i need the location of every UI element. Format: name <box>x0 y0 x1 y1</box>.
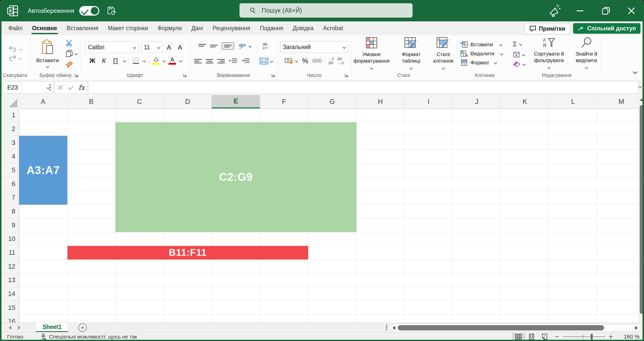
save-icon[interactable] <box>106 6 116 16</box>
minimize-button[interactable] <box>573 4 587 18</box>
row-header-6[interactable]: 6 <box>0 177 19 191</box>
underline-dropdown[interactable] <box>123 59 126 62</box>
alignment-dialog-launcher[interactable] <box>271 73 275 77</box>
row-header-14[interactable]: 14 <box>0 287 19 301</box>
ribbon-tab-data[interactable]: Дані <box>187 21 208 35</box>
align-center-icon[interactable] <box>206 59 213 63</box>
font-color-button[interactable]: А <box>169 56 176 66</box>
wrap-text-button[interactable]: ab c↩ <box>263 42 268 50</box>
column-header-H[interactable]: H <box>356 95 405 108</box>
column-header-B[interactable]: B <box>67 95 116 108</box>
range-overlay-C2-G9[interactable]: C2:G9 <box>115 122 356 232</box>
name-box-options-icon[interactable]: ••• <box>49 83 51 91</box>
align-top-icon[interactable] <box>198 44 206 48</box>
borders-dropdown[interactable] <box>143 59 146 62</box>
comma-style-button[interactable]: 000 <box>312 56 322 66</box>
align-right-icon[interactable] <box>217 59 225 63</box>
enter-icon[interactable] <box>68 84 74 91</box>
fill-button[interactable] <box>513 52 525 58</box>
accounting-format-button[interactable] <box>285 58 298 64</box>
merge-center-button[interactable] <box>259 58 273 65</box>
font-size-combo[interactable]: 11 <box>141 41 163 53</box>
feedback-megaphone-icon[interactable] <box>547 4 561 18</box>
add-sheet-button[interactable]: + <box>78 323 87 332</box>
next-sheet-arrow[interactable] <box>18 325 21 330</box>
insert-function-button[interactable]: fx <box>78 84 85 91</box>
range-overlay-A3-A7[interactable]: A3:A7 <box>19 136 67 204</box>
formula-input[interactable] <box>89 81 638 94</box>
bold-button[interactable]: Ж <box>88 56 97 66</box>
fill-color-dropdown[interactable] <box>163 59 166 62</box>
column-header-K[interactable]: K <box>501 95 549 108</box>
column-header-E[interactable]: E <box>212 95 260 108</box>
ribbon-tab-formulas[interactable]: Формули <box>153 21 186 35</box>
increase-indent-icon[interactable] <box>242 58 250 64</box>
underline-button[interactable]: П <box>111 56 120 66</box>
column-header-G[interactable]: G <box>308 95 356 108</box>
paste-button[interactable]: Вставити <box>34 39 61 68</box>
format-cells-button[interactable]: Формат <box>460 59 497 66</box>
font-name-combo[interactable]: Calibri <box>85 41 139 53</box>
column-header-J[interactable]: J <box>453 95 501 108</box>
row-header-11[interactable]: 11 <box>0 246 19 260</box>
column-header-I[interactable]: I <box>405 95 453 108</box>
select-all-corner[interactable] <box>0 95 19 108</box>
row-header-13[interactable]: 13 <box>0 273 19 287</box>
horizontal-scrollbar-thumb[interactable] <box>398 325 604 330</box>
row-header-7[interactable]: 7 <box>0 191 19 205</box>
clipboard-dialog-launcher[interactable] <box>74 73 79 77</box>
font-dialog-launcher[interactable] <box>183 73 187 77</box>
row-header-8[interactable]: 8 <box>0 205 19 219</box>
expand-formula-bar-chevron[interactable] <box>638 85 641 88</box>
share-button[interactable]: Спільний доступ <box>573 23 640 34</box>
sheetbar-resize-handle[interactable]: ••• <box>386 324 387 330</box>
cut-icon[interactable] <box>65 39 73 47</box>
find-select-button[interactable]: Знайти й виділити <box>572 37 600 70</box>
autosave-toggle[interactable] <box>79 6 99 16</box>
ribbon-tab-review[interactable]: Рецензування <box>208 21 255 35</box>
restore-button[interactable] <box>599 4 613 18</box>
italic-button[interactable]: К <box>100 56 108 66</box>
horizontal-scrollbar[interactable] <box>390 324 640 332</box>
ribbon-tab-file[interactable]: Файл <box>4 21 27 35</box>
decrease-indent-icon[interactable] <box>229 58 237 64</box>
decrease-font-button[interactable]: Aˇ <box>176 42 185 52</box>
increase-font-button[interactable]: Aˆ <box>165 42 174 52</box>
sort-filter-button[interactable]: А Я Сортувати й фільтрувати <box>531 37 567 70</box>
row-header-2[interactable]: 2 <box>0 122 19 136</box>
redo-button[interactable] <box>8 54 22 62</box>
previous-sheet-arrow[interactable] <box>9 325 11 330</box>
number-format-combo[interactable]: Загальний <box>280 41 348 53</box>
row-header-15[interactable]: 15 <box>0 301 19 315</box>
format-as-table-button[interactable]: Формат таблиці <box>399 36 424 71</box>
delete-cells-button[interactable]: Видалити <box>460 50 503 57</box>
row-header-9[interactable]: 9 <box>0 218 19 232</box>
column-header-M[interactable]: M <box>597 95 639 108</box>
ribbon-tab-insert[interactable]: Вставлення <box>62 21 103 35</box>
fill-color-button[interactable] <box>152 56 159 66</box>
borders-icon[interactable] <box>132 57 140 64</box>
copy-icon[interactable] <box>65 50 73 58</box>
accessibility-status[interactable]: Спеціальні можливості: щось не так <box>40 333 137 340</box>
cell-styles-button[interactable]: Стилі клітинок <box>430 36 457 71</box>
clear-button[interactable] <box>513 61 526 67</box>
row-header-16[interactable]: 16 <box>0 315 19 323</box>
format-painter-icon[interactable] <box>65 61 73 68</box>
column-header-A[interactable]: A <box>19 95 67 108</box>
increase-decimal-button[interactable]: ←0 ,00 <box>328 57 334 65</box>
row-header-3[interactable]: 3 <box>0 136 19 150</box>
number-dialog-launcher[interactable] <box>344 73 349 77</box>
ribbon-tab-help[interactable]: Довідка <box>288 21 318 35</box>
row-header-10[interactable]: 10 <box>0 232 19 246</box>
decrease-decimal-button[interactable]: ,00 →,0 <box>337 57 344 65</box>
sheet-tab-sheet1[interactable]: Sheet1 <box>36 323 68 332</box>
scroll-right-arrow-icon[interactable] <box>635 326 638 330</box>
align-left-icon[interactable] <box>194 59 202 63</box>
ribbon-tab-home[interactable]: Основне <box>27 21 62 35</box>
row-header-12[interactable]: 12 <box>0 260 19 273</box>
column-header-D[interactable]: D <box>164 95 212 108</box>
row-header-4[interactable]: 4 <box>0 150 19 163</box>
insert-cells-button[interactable]: Вставити <box>460 41 502 48</box>
orientation-button[interactable]: ab <box>238 42 251 50</box>
percent-style-button[interactable]: % <box>301 56 309 66</box>
